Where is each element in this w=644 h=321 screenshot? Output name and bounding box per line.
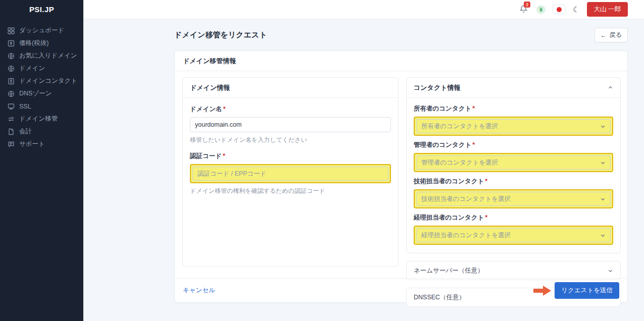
admin-contact-label: 管理者のコンタクト* — [414, 141, 613, 149]
domain-info-title: ドメイン情報 — [190, 83, 230, 92]
domain-info-panel-header: ドメイン情報 — [183, 78, 398, 98]
sidebar-item-domain-transfer[interactable]: ドメイン移管 — [0, 113, 83, 125]
required-marker: * — [472, 105, 475, 112]
sidebar-item-label: ダッシュボード — [19, 26, 77, 35]
sidebar-item-support[interactable]: サポート — [0, 138, 83, 150]
back-button[interactable]: ← 戻る — [595, 28, 628, 42]
dns-zone-icon — [7, 90, 15, 97]
sidebar-item-label: お気に入りドメイン — [19, 51, 77, 60]
auth-code-input[interactable] — [197, 170, 383, 177]
user-menu-button[interactable]: 大山 一郎 — [587, 2, 628, 17]
contact-info-panel-header[interactable]: コンタクト情報 — [407, 78, 620, 98]
contact-info-panel: コンタクト情報 所有者のコンタクト* 所有者のコンタクトを選択 — [406, 77, 621, 253]
dark-mode-toggle[interactable]: ☾ — [573, 6, 579, 13]
owner-contact-field-group: 所有者のコンタクト* 所有者のコンタクトを選択 — [414, 104, 613, 136]
contact-info-panel-body: 所有者のコンタクト* 所有者のコンタクトを選択 管理 — [407, 98, 620, 253]
sidebar-item-label: ドメインコンタクト — [19, 77, 77, 85]
page-title-row: ドメイン移管をリクエスト ← 戻る — [174, 28, 628, 42]
sidebar-item-dashboard[interactable]: ダッシュボード — [0, 24, 83, 37]
admin-contact-field-group: 管理者のコンタクト* 管理者のコンタクトを選択 — [414, 141, 613, 172]
sidebar-item-accounting[interactable]: 会計 — [0, 125, 83, 138]
domain-name-help-text: 移管したいドメイン名を入力してください — [190, 136, 391, 144]
domain-name-input[interactable] — [190, 117, 391, 132]
billing-contact-field-group: 経理担当者のコンタクト* 経理担当者のコンタクトを選択 — [414, 213, 613, 245]
billing-contact-select[interactable]: 経理担当者のコンタクトを選択 — [416, 228, 611, 242]
accounting-icon — [7, 128, 15, 135]
chevron-down-icon — [600, 233, 606, 238]
transfer-icon — [7, 115, 15, 123]
page-title: ドメイン移管をリクエスト — [174, 30, 267, 40]
sidebar-item-domains[interactable]: ドメイン — [0, 62, 83, 75]
card-footer: キャンセル リクエストを送信 — [175, 278, 627, 302]
chevron-down-icon — [73, 117, 77, 121]
chevron-down-icon — [600, 196, 606, 202]
tech-contact-label: 技術担当者のコンタクト* — [414, 177, 613, 186]
required-marker: * — [223, 152, 225, 159]
tech-contact-placeholder: 技術担当者のコンタクトを選択 — [421, 195, 600, 203]
sidebar-item-label: DNSゾーン — [19, 89, 77, 98]
auth-code-help-text: ドメイン移管の権利を確認するための認証コード — [190, 187, 391, 195]
right-column: コンタクト情報 所有者のコンタクト* 所有者のコンタクトを選択 — [406, 77, 621, 307]
owner-contact-label: 所有者のコンタクト* — [414, 104, 613, 113]
language-flag-button[interactable] — [553, 5, 566, 14]
auth-code-field-group: 認証コード* ドメイン移管の権利を確認するための認証コード — [190, 152, 391, 195]
sidebar-item-domain-contacts[interactable]: ドメインコンタクト — [0, 75, 83, 87]
cancel-link[interactable]: キャンセル — [183, 286, 215, 295]
favorite-domain-icon — [7, 52, 15, 60]
sidebar-item-label: 会計 — [19, 127, 73, 136]
back-button-label: 戻る — [610, 31, 622, 39]
ssl-icon — [7, 102, 15, 110]
domain-name-label: ドメイン名* — [190, 105, 391, 114]
support-icon — [7, 140, 15, 148]
submit-request-button[interactable]: リクエストを送信 — [555, 282, 619, 299]
back-arrow-icon: ← — [601, 32, 607, 39]
sidebar-item-label: サポート — [19, 140, 77, 148]
domain-info-panel-body: ドメイン名* 移管したいドメイン名を入力してください 認証コード* — [183, 98, 398, 210]
tech-contact-field-group: 技術担当者のコンタクト* 技術担当者のコンタクトを選択 — [414, 177, 613, 208]
required-marker: * — [485, 178, 487, 185]
footer-right: リクエストを送信 — [533, 282, 619, 299]
tech-contact-select[interactable]: 技術担当者のコンタクトを選択 — [416, 192, 611, 206]
currency-button[interactable]: ¥ — [536, 5, 546, 14]
transfer-info-card: ドメイン移管情報 ドメイン情報 ドメイン名* 移管したいドメイン名を入力してくだ… — [174, 50, 628, 303]
sidebar-item-favorite-domains[interactable]: お気に入りドメイン — [0, 49, 83, 62]
owner-contact-select[interactable]: 所有者のコンタクトを選択 — [416, 119, 611, 133]
price-icon — [7, 39, 15, 47]
japan-flag-icon — [557, 7, 562, 12]
chevron-down-icon — [600, 160, 606, 166]
domain-contact-icon — [7, 77, 15, 85]
nameserver-section-toggle[interactable]: ネームサーバー（任意） — [406, 261, 621, 280]
sidebar-item-ssl[interactable]: SSL — [0, 100, 83, 113]
billing-contact-label: 経理担当者のコンタクト* — [414, 213, 613, 222]
owner-contact-placeholder: 所有者のコンタクトを選択 — [421, 122, 600, 131]
admin-contact-highlight: 管理者のコンタクトを選択 — [414, 153, 613, 172]
top-header: 2 ¥ ☾ 大山 一郎 — [83, 0, 644, 19]
card-title: ドメイン移管情報 — [175, 51, 627, 71]
chevron-down-icon — [73, 129, 77, 134]
notification-count-badge: 2 — [524, 2, 530, 8]
sidebar-item-label: 価格(税抜) — [19, 39, 77, 47]
card-body: ドメイン情報 ドメイン名* 移管したいドメイン名を入力してください 認証コード* — [175, 71, 627, 279]
main-content: ドメイン移管をリクエスト ← 戻る ドメイン移管情報 ドメイン情報 ドメイン名* — [83, 19, 644, 321]
domain-icon — [7, 65, 15, 72]
required-marker: * — [485, 214, 487, 221]
admin-contact-select[interactable]: 管理者のコンタクトを選択 — [416, 155, 611, 170]
domain-info-panel: ドメイン情報 ドメイン名* 移管したいドメイン名を入力してください 認証コード* — [182, 77, 399, 267]
sidebar-item-dns-zones[interactable]: DNSゾーン — [0, 87, 83, 100]
app-logo: PSI.JP — [0, 0, 83, 20]
chevron-up-icon — [608, 85, 613, 90]
sidebar: PSI.JP ダッシュボード 価格(税抜) お気に入りドメイン ドメイン ドメイ… — [0, 0, 83, 321]
tech-contact-highlight: 技術担当者のコンタクトを選択 — [414, 189, 613, 208]
nameserver-section-label: ネームサーバー（任意） — [414, 266, 484, 275]
required-marker: * — [472, 141, 475, 148]
admin-contact-placeholder: 管理者のコンタクトを選択 — [421, 158, 600, 167]
required-marker: * — [223, 105, 226, 113]
notifications-button[interactable]: 2 — [519, 5, 529, 15]
sidebar-item-label: ドメイン移管 — [19, 115, 73, 123]
owner-contact-highlight: 所有者のコンタクトを選択 — [414, 117, 613, 136]
billing-contact-placeholder: 経理担当者のコンタクトを選択 — [421, 231, 600, 240]
sidebar-item-label: SSL — [19, 103, 77, 110]
sidebar-nav: ダッシュボード 価格(税抜) お気に入りドメイン ドメイン ドメインコンタクト … — [0, 20, 83, 150]
sidebar-item-pricing[interactable]: 価格(税抜) — [0, 37, 83, 49]
annotation-arrow-icon — [533, 284, 552, 297]
